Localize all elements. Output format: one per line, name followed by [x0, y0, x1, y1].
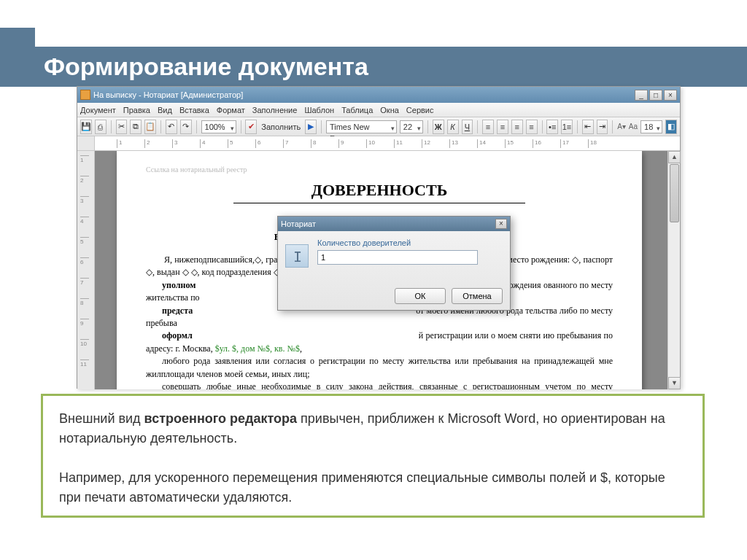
menu-edit[interactable]: Правка	[123, 106, 150, 114]
align-justify-icon[interactable]: ≡	[526, 120, 538, 134]
toolbar: 💾 ⎙ ✂ ⧉ 📋 ↶ ↷ 100% ✔ Заполнить ▶ Times N…	[77, 117, 680, 136]
menu-format[interactable]: Формат	[217, 106, 245, 114]
italic-button[interactable]: К	[447, 120, 459, 134]
input-dialog: Нотариат × Количество доверителей ОК Отм…	[277, 216, 511, 311]
menu-fill[interactable]: Заполнение	[252, 106, 298, 114]
separator	[542, 120, 543, 133]
special-icon[interactable]: ◧	[665, 120, 677, 134]
dialog-titlebar: Нотариат ×	[278, 217, 510, 231]
separator	[577, 120, 578, 133]
separator	[427, 120, 428, 133]
separator	[477, 120, 478, 133]
menu-view[interactable]: Вид	[158, 106, 172, 114]
slide-title: Формирование документа	[44, 52, 368, 81]
align-center-icon[interactable]: ≡	[497, 120, 508, 134]
scrollbar-vertical[interactable]: ▲ ▼	[667, 151, 680, 389]
menubar: Документ Правка Вид Вставка Формат Запол…	[77, 103, 680, 117]
redo-icon[interactable]: ↷	[180, 120, 192, 134]
doc-hint-link: Ссылка на нотариальный реестр	[146, 166, 613, 174]
doc-paragraph: совершать любые иные необходимые в силу …	[146, 381, 613, 389]
scroll-thumb[interactable]	[670, 164, 679, 222]
list-number-icon[interactable]: 1≡	[561, 120, 573, 134]
caption-box: Внешний вид встроенного редактора привыч…	[41, 394, 705, 518]
caption-line-2: Например, для ускоренного перемещения пр…	[59, 468, 686, 508]
menu-document[interactable]: Документ	[80, 106, 116, 114]
indent-dec-icon[interactable]: ⇤	[582, 120, 594, 134]
align-right-icon[interactable]: ≡	[511, 120, 523, 134]
indent-inc-icon[interactable]: ⇥	[597, 120, 608, 134]
doc-paragraph: оформл й регистрации или о моем сняти ию…	[146, 330, 613, 355]
ok-button[interactable]: ОК	[395, 288, 446, 304]
menu-template[interactable]: Шаблон	[304, 106, 334, 114]
fontsize-combo[interactable]: 22	[400, 120, 423, 133]
zoom-combo[interactable]: 100%	[201, 120, 236, 133]
menu-table[interactable]: Таблица	[341, 106, 373, 114]
copy-icon[interactable]: ⧉	[130, 120, 142, 134]
maximize-button[interactable]: □	[649, 90, 662, 101]
doc-title: ДОВЕРЕННОСТЬ	[233, 181, 525, 203]
ruler-vertical: 1234567891011	[77, 151, 95, 389]
window-title: На выписку - Нотариат [Администратор]	[93, 90, 243, 99]
close-button[interactable]: ×	[664, 90, 677, 101]
cancel-button[interactable]: Отмена	[452, 288, 503, 304]
separator	[111, 120, 112, 133]
dialog-field-label: Количество доверителей	[317, 238, 478, 247]
play-icon[interactable]: ▶	[305, 120, 317, 134]
titlebar: На выписку - Нотариат [Администратор] _ …	[77, 87, 680, 103]
paste-icon[interactable]: 📋	[144, 120, 156, 134]
separator	[160, 120, 161, 133]
dialog-title: Нотариат	[281, 219, 316, 228]
ruler-horizontal: 123456789101112131415161718	[77, 136, 680, 151]
bold-button[interactable]: Ж	[433, 120, 444, 134]
menu-service[interactable]: Сервис	[406, 106, 434, 114]
align-left-icon[interactable]: ≡	[482, 120, 494, 134]
accent-stripe-top	[0, 28, 35, 47]
checkmark-icon[interactable]: ✔	[245, 120, 257, 134]
app-icon	[80, 90, 90, 100]
doc-paragraph: любого рода заявления или согласия о рег…	[146, 355, 613, 381]
separator	[241, 120, 241, 133]
separator	[321, 120, 322, 133]
minimize-button[interactable]: _	[635, 90, 648, 101]
underline-button[interactable]: Ч	[462, 120, 473, 134]
lineheight-combo[interactable]: 18	[640, 120, 662, 133]
menu-insert[interactable]: Вставка	[179, 106, 209, 114]
save-icon[interactable]: 💾	[80, 120, 92, 134]
undo-icon[interactable]: ↶	[166, 120, 177, 134]
menu-windows[interactable]: Окна	[380, 106, 399, 114]
separator	[612, 120, 613, 133]
window-controls: _ □ ×	[635, 90, 677, 101]
dialog-input[interactable]	[317, 250, 478, 265]
cut-icon[interactable]: ✂	[116, 120, 128, 134]
fill-button[interactable]: Заполнить	[260, 122, 302, 131]
scroll-down-icon[interactable]: ▼	[668, 377, 681, 389]
dialog-close-button[interactable]: ×	[495, 219, 507, 229]
print-icon[interactable]: ⎙	[95, 120, 107, 134]
list-bullet-icon[interactable]: •≡	[546, 120, 558, 134]
font-combo[interactable]: Times New Roman	[326, 120, 397, 133]
caption-line-1: Внешний вид встроенного редактора привыч…	[59, 409, 686, 448]
text-cursor-icon	[285, 244, 309, 268]
scroll-up-icon[interactable]: ▲	[668, 151, 681, 163]
separator	[196, 120, 197, 133]
